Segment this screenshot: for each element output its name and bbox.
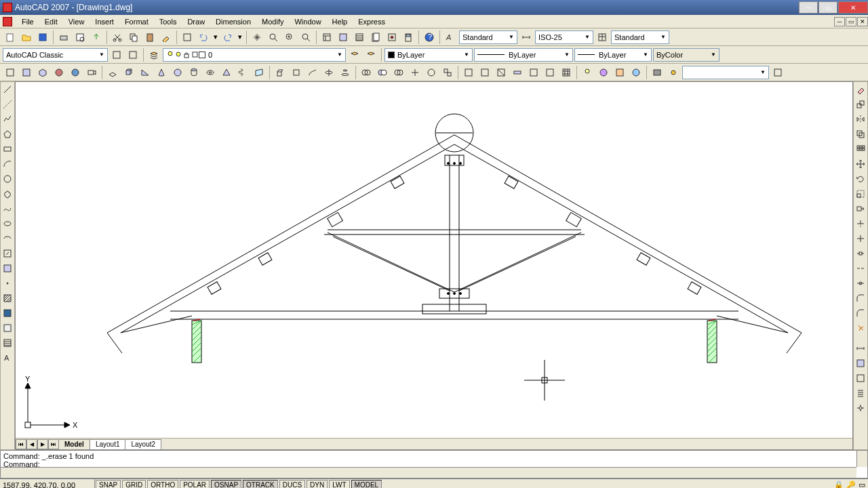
drawing-area[interactable]: X Y	[16, 82, 852, 438]
explode-button[interactable]	[854, 321, 867, 335]
make-block-button[interactable]	[1, 262, 14, 275]
color-select[interactable]: ByLayer▼	[384, 48, 473, 62]
grid-toggle[interactable]: GRID	[122, 480, 146, 488]
menu-dimension[interactable]: Dimension	[210, 16, 256, 27]
rectangle-button[interactable]	[1, 142, 14, 156]
menu-view[interactable]: View	[63, 16, 90, 27]
tab-first-button[interactable]: ⏮	[16, 439, 26, 449]
copy-button[interactable]	[126, 30, 141, 45]
helix-button[interactable]	[235, 65, 250, 80]
revcloud-button[interactable]	[1, 187, 14, 201]
dim-style-select[interactable]: ISO-25▼	[535, 30, 593, 44]
camera-button[interactable]	[84, 65, 99, 80]
minimize-button[interactable]: ─	[799, 1, 818, 14]
light-button[interactable]	[580, 65, 595, 80]
iso-view-button[interactable]	[35, 65, 50, 80]
lwt-toggle[interactable]: LWT	[329, 480, 349, 488]
extend-button[interactable]	[854, 232, 867, 245]
menu-help[interactable]: Help	[327, 16, 353, 27]
arc-button[interactable]	[1, 157, 14, 171]
model-toggle[interactable]: MODEL	[351, 480, 382, 488]
visual-style-select[interactable]: ▼	[682, 66, 769, 79]
properties-button[interactable]	[319, 30, 334, 45]
new-button[interactable]	[3, 30, 18, 45]
named-views-button[interactable]	[3, 65, 18, 80]
render-button[interactable]	[650, 65, 665, 80]
gradient-button[interactable]	[1, 306, 14, 320]
stretch-button[interactable]	[854, 202, 867, 216]
mtext-button[interactable]: A	[1, 351, 14, 365]
tab-prev-button[interactable]: ◀	[26, 439, 37, 449]
ellipse-arc-button[interactable]	[1, 232, 14, 245]
subtract-button[interactable]	[375, 65, 390, 80]
join-button[interactable]	[854, 277, 867, 290]
calculator-button[interactable]	[401, 30, 416, 45]
snap-toggle[interactable]: SNAP	[96, 480, 121, 488]
circle-button[interactable]	[1, 172, 14, 186]
mdi-minimize-button[interactable]: ─	[834, 17, 845, 26]
tab-layout2[interactable]: Layout2	[125, 439, 161, 449]
cylinder-button[interactable]	[186, 65, 201, 80]
slice-button[interactable]	[494, 65, 509, 80]
sheet-set-button[interactable]	[368, 30, 383, 45]
workspace-save-button[interactable]	[125, 47, 140, 62]
erase-button[interactable]	[854, 83, 867, 96]
area-button[interactable]	[854, 357, 867, 370]
workspace-settings-button[interactable]	[109, 47, 124, 62]
undo-list-button[interactable]: ▾	[212, 30, 219, 45]
list-button[interactable]	[854, 386, 867, 400]
scale-button[interactable]	[854, 187, 867, 201]
wedge-button[interactable]	[138, 65, 153, 80]
fillet-button[interactable]	[854, 306, 867, 320]
array-button[interactable]	[854, 142, 867, 156]
planar-map-button[interactable]	[612, 65, 627, 80]
table-button[interactable]	[1, 336, 14, 350]
menu-file[interactable]: File	[16, 16, 39, 27]
hatch-button[interactable]	[1, 291, 14, 305]
region-button[interactable]	[1, 321, 14, 335]
open-button[interactable]	[19, 30, 34, 45]
plot-preview-button[interactable]	[73, 30, 87, 45]
menu-window[interactable]: Window	[289, 16, 326, 27]
point-button[interactable]	[1, 277, 14, 290]
otrack-toggle[interactable]: OTRACK	[243, 480, 278, 488]
undo-button[interactable]	[196, 30, 211, 45]
polar-toggle[interactable]: POLAR	[180, 480, 210, 488]
plotstyle-select[interactable]: ByColor▼	[653, 48, 719, 62]
linetype-select[interactable]: ByLayer▼	[474, 48, 573, 62]
menu-modify[interactable]: Modify	[256, 16, 289, 27]
menu-insert[interactable]: Insert	[90, 16, 119, 27]
presspull-button[interactable]	[289, 65, 304, 80]
clean-screen-icon[interactable]: ▭	[859, 481, 865, 488]
3d-move-button[interactable]	[408, 65, 422, 80]
help-button[interactable]: ?	[422, 30, 437, 45]
mirror-button[interactable]	[854, 113, 867, 126]
globe-view-button[interactable]	[68, 65, 83, 80]
solid-edit-button[interactable]	[542, 65, 557, 80]
line-button[interactable]	[1, 83, 14, 96]
zoom-realtime-button[interactable]	[266, 30, 281, 45]
box-button[interactable]	[121, 65, 136, 80]
comm-center-icon[interactable]: 🔒	[834, 481, 844, 488]
layer-select[interactable]: 0 ▼	[163, 48, 346, 62]
coordinates[interactable]: 1587.99, 420.70, 0.00	[0, 479, 95, 488]
top-view-button[interactable]	[19, 65, 34, 80]
command-window[interactable]: Command: _.erase 1 found Command:	[0, 450, 868, 479]
menu-tools[interactable]: Tools	[154, 16, 182, 27]
spline-button[interactable]	[1, 202, 14, 216]
mdi-close-button[interactable]: ✕	[857, 17, 868, 26]
mdi-restore-button[interactable]: ▭	[846, 17, 856, 26]
thicken-button[interactable]	[510, 65, 525, 80]
rotate-button[interactable]	[854, 172, 867, 186]
table-style-select[interactable]: Standard▼	[611, 30, 669, 44]
pyramid-button[interactable]	[219, 65, 234, 80]
dim-style-icon[interactable]	[519, 30, 534, 45]
paste-button[interactable]	[142, 30, 157, 45]
text-style-select[interactable]: Standard▼	[459, 30, 517, 44]
maximize-button[interactable]: ▭	[818, 1, 837, 14]
offset-button[interactable]	[854, 127, 867, 141]
break-at-point-button[interactable]	[854, 247, 867, 260]
region-mass-button[interactable]	[854, 371, 867, 385]
toolbar-lock-icon[interactable]: 🔑	[846, 481, 856, 488]
tab-next-button[interactable]: ▶	[37, 439, 48, 449]
